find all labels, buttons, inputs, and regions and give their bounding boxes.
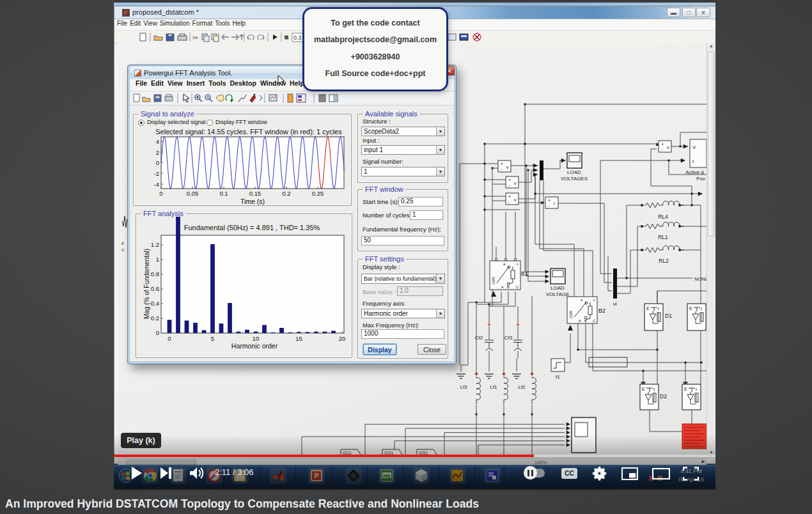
- svg-text:+: +: [508, 194, 511, 199]
- svg-text:1.2: 1.2: [151, 241, 159, 248]
- svg-text:C: C: [516, 285, 519, 289]
- svg-text:VOLTAGE: VOLTAGE: [546, 292, 570, 297]
- svg-text:+: +: [508, 178, 511, 182]
- svg-text:0: 0: [159, 190, 162, 197]
- svg-text:0.3: 0.3: [293, 35, 302, 41]
- svg-text:Harmonic order: Harmonic order: [231, 342, 278, 350]
- svg-text:LOAD: LOAD: [567, 169, 581, 175]
- svg-text:B: B: [584, 319, 587, 323]
- svg-text:v: v: [667, 145, 669, 150]
- svg-text:✂: ✂: [192, 34, 198, 42]
- svg-text:10: 10: [253, 335, 260, 342]
- svg-text:0.6: 0.6: [151, 285, 159, 292]
- svg-text:0.4: 0.4: [151, 300, 159, 307]
- svg-text:o: o: [121, 247, 124, 252]
- svg-text:v: v: [506, 165, 509, 169]
- svg-text:v: v: [514, 181, 517, 185]
- svg-text:B1: B1: [521, 270, 528, 277]
- svg-text:-2: -2: [154, 170, 159, 177]
- svg-text:0.1: 0.1: [219, 190, 228, 197]
- svg-text:5: 5: [211, 335, 214, 342]
- svg-text:0: 0: [156, 159, 159, 166]
- svg-text:15: 15: [295, 335, 302, 342]
- svg-text:HS: HS: [383, 473, 391, 479]
- svg-text:Mag (% of Fundamental): Mag (% of Fundamental): [143, 249, 150, 319]
- svg-text:Pov: Pov: [696, 176, 705, 182]
- svg-text:E: E: [642, 387, 645, 391]
- svg-text:LOAD: LOAD: [550, 285, 565, 291]
- svg-text:Lf1: Lf1: [490, 384, 497, 390]
- svg-text:P: P: [315, 472, 319, 479]
- svg-text:0.8: 0.8: [151, 270, 159, 277]
- svg-text:4: 4: [156, 138, 159, 145]
- svg-text:0.05: 0.05: [187, 190, 199, 197]
- svg-text:c: c: [593, 298, 595, 302]
- svg-text:2: 2: [156, 149, 159, 156]
- svg-text:v: v: [514, 198, 517, 202]
- svg-text:vi: vi: [613, 301, 617, 307]
- svg-text:0: 0: [156, 329, 159, 336]
- svg-text:c: c: [517, 262, 519, 266]
- svg-text:com: com: [568, 311, 573, 318]
- svg-text:RL4: RL4: [658, 214, 668, 220]
- svg-text:RL1: RL1: [658, 234, 668, 240]
- svg-text:I: I: [692, 159, 694, 164]
- svg-text:Cf2: Cf2: [475, 335, 483, 341]
- svg-text:C: C: [593, 319, 595, 323]
- svg-text:Time (s): Time (s): [240, 198, 265, 205]
- svg-text:B2: B2: [598, 308, 605, 314]
- svg-text:e: e: [121, 241, 124, 245]
- svg-text:+: +: [548, 198, 550, 203]
- svg-text:Lf3: Lf3: [460, 384, 467, 390]
- svg-text:1: 1: [156, 256, 159, 263]
- svg-text:com: com: [491, 277, 496, 284]
- svg-text:0.25: 0.25: [312, 190, 324, 197]
- svg-text:0.2: 0.2: [151, 315, 159, 322]
- svg-text:+: +: [661, 142, 664, 146]
- svg-text:Cf3: Cf3: [504, 335, 513, 341]
- svg-text:20: 20: [339, 335, 346, 342]
- svg-text:B: B: [507, 285, 510, 289]
- svg-text:VOLTAGES: VOLTAGES: [561, 176, 588, 182]
- svg-text:t1: t1: [556, 374, 560, 380]
- svg-text:A: A: [579, 319, 581, 323]
- svg-text:E: E: [646, 306, 650, 311]
- svg-text:E: E: [689, 306, 692, 311]
- svg-text:RL2: RL2: [659, 258, 669, 264]
- svg-text:0: 0: [168, 335, 171, 342]
- svg-text:A: A: [501, 285, 504, 289]
- svg-text:Fundamental (50Hz) = 4.891 , T: Fundamental (50Hz) = 4.891 , THD= 1.35%: [184, 224, 320, 231]
- svg-text:+: +: [501, 162, 503, 166]
- svg-text:Selected signal: 14.55 cycles.: Selected signal: 14.55 cycles. FFT windo…: [155, 128, 342, 136]
- svg-text:NONL: NONL: [694, 276, 707, 282]
- svg-text:-4: -4: [154, 181, 159, 188]
- svg-text:D1: D1: [665, 313, 672, 319]
- svg-text:Active &: Active &: [685, 169, 705, 175]
- svg-text:V: V: [692, 144, 696, 150]
- svg-text:0.15: 0.15: [249, 190, 262, 197]
- svg-text:E: E: [684, 387, 687, 391]
- svg-text:D2: D2: [660, 393, 667, 400]
- svg-text:Lf2: Lf2: [518, 384, 526, 390]
- svg-text:0.2: 0.2: [282, 190, 290, 197]
